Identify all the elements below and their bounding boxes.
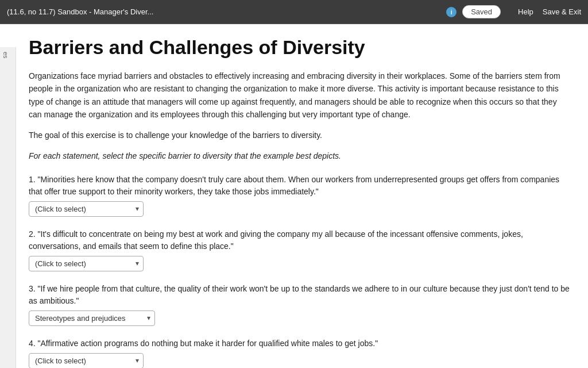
- dropdown-select-2[interactable]: (Click to select)Stereotypes and prejudi…: [29, 256, 144, 271]
- dropdown-wrapper-1: (Click to select)Stereotypes and prejudi…: [29, 201, 144, 217]
- question-text-2: 2. "It's difficult to concentrate on bei…: [29, 228, 571, 252]
- main-content: Barriers and Challenges of Diversity Org…: [0, 24, 588, 368]
- sidebar-tab-label[interactable]: es: [0, 47, 11, 63]
- header-actions: Help Save & Exit: [518, 7, 581, 16]
- instruction-text: For each statement, select the specific …: [29, 150, 571, 162]
- sidebar-left: es: [0, 47, 16, 368]
- saved-badge: Saved: [462, 5, 501, 18]
- page-title: Barriers and Challenges of Diversity: [29, 36, 571, 59]
- question-block-3: 3. "If we hire people from that culture,…: [29, 283, 571, 326]
- questions-container: 1. "Minorities here know that the compan…: [29, 174, 571, 368]
- address-bar: (11.6, no 11.7) Sandbox - Manager's Dive…: [0, 0, 588, 24]
- question-text-1: 1. "Minorities here know that the compan…: [29, 174, 571, 198]
- help-link[interactable]: Help: [518, 7, 533, 16]
- save-exit-button[interactable]: Save & Exit: [543, 7, 581, 16]
- page-address-title: (11.6, no 11.7) Sandbox - Manager's Dive…: [7, 7, 440, 16]
- info-icon[interactable]: i: [446, 7, 457, 17]
- dropdown-wrapper-4: (Click to select)Stereotypes and prejudi…: [29, 353, 144, 368]
- question-text-3: 3. "If we hire people from that culture,…: [29, 283, 571, 307]
- question-text-4: 4. "Affirmative action programs do nothi…: [29, 338, 571, 350]
- dropdown-select-3[interactable]: (Click to select)Stereotypes and prejudi…: [29, 310, 155, 326]
- dropdown-select-4[interactable]: (Click to select)Stereotypes and prejudi…: [29, 353, 144, 368]
- intro-paragraph: Organizations face myriad barriers and o…: [29, 70, 571, 121]
- question-block-4: 4. "Affirmative action programs do nothi…: [29, 338, 571, 368]
- question-block-2: 2. "It's difficult to concentrate on bei…: [29, 228, 571, 271]
- question-block-1: 1. "Minorities here know that the compan…: [29, 174, 571, 217]
- dropdown-wrapper-3: (Click to select)Stereotypes and prejudi…: [29, 310, 155, 326]
- dropdown-wrapper-2: (Click to select)Stereotypes and prejudi…: [29, 256, 144, 271]
- dropdown-select-1[interactable]: (Click to select)Stereotypes and prejudi…: [29, 201, 144, 217]
- goal-text: The goal of this exercise is to challeng…: [29, 129, 571, 141]
